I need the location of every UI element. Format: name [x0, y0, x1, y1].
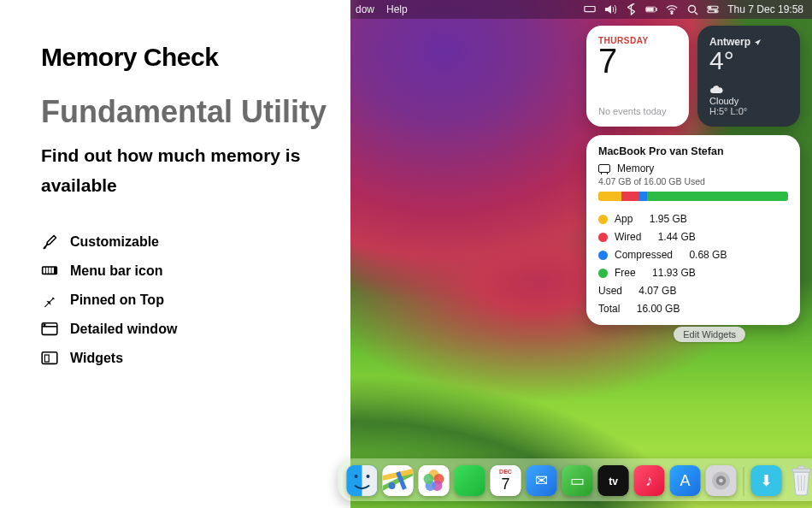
feature-pinned: Pinned on Top — [41, 292, 350, 309]
dock-facetime-icon[interactable] — [455, 465, 485, 496]
feature-customizable: Customizable — [41, 233, 350, 251]
location-arrow-icon — [754, 38, 762, 46]
menu-item-window[interactable]: dow — [356, 3, 374, 15]
paintbrush-icon — [41, 233, 58, 251]
svg-point-15 — [688, 5, 695, 12]
svg-rect-41 — [798, 466, 805, 469]
svg-point-14 — [671, 13, 673, 15]
edit-widgets-button[interactable]: Edit Widgets — [674, 327, 745, 342]
svg-line-16 — [695, 12, 697, 15]
calendar-day: 7 — [598, 44, 677, 78]
memory-label: Memory — [617, 162, 654, 174]
dock-calendar-icon[interactable]: DEC7 — [491, 465, 521, 496]
calendar-widget[interactable]: THURSDAY 7 No events today — [586, 26, 689, 127]
dock-downloads-icon[interactable]: ⬇ — [751, 465, 782, 496]
bar-segment-app — [598, 192, 621, 201]
svg-rect-3 — [49, 268, 51, 274]
menu-bar[interactable]: dow Help Thu 7 Dec 19:58 — [350, 0, 812, 19]
window-icon — [41, 321, 58, 338]
desktop-screenshot: dow Help Thu 7 Dec 19:58 THURSDAY 7 — [350, 0, 812, 508]
svg-rect-13 — [647, 8, 654, 11]
svg-rect-40 — [792, 469, 811, 472]
dock-music-icon[interactable]: ♪ — [634, 465, 665, 496]
weather-temp: 4° — [709, 46, 788, 75]
svg-point-7 — [44, 324, 45, 326]
svg-rect-9 — [44, 355, 49, 362]
feature-label: Detailed window — [70, 322, 177, 337]
svg-point-25 — [389, 482, 396, 489]
volume-icon[interactable] — [604, 3, 616, 15]
feature-list: Customizable Menu bar icon Pinned on Top… — [41, 233, 350, 367]
subtitle: Find out how much memory is available — [41, 140, 350, 201]
bar-segment-comp — [638, 192, 647, 201]
dock-trash-icon[interactable] — [787, 464, 813, 496]
memory-usage-line: 4.07 GB of 16.00 GB Used — [598, 176, 788, 186]
bluetooth-icon[interactable] — [625, 3, 637, 15]
svg-point-22 — [355, 475, 358, 478]
dock-photos-icon[interactable] — [419, 465, 450, 496]
tagline: Fundamental Utility — [41, 96, 350, 128]
pin-icon — [41, 292, 58, 309]
weather-hilo: H:5° L:0° — [709, 106, 788, 116]
legend-app: App 1.95 GB — [598, 213, 788, 225]
svg-point-19 — [709, 7, 711, 9]
app-title: Memory Check — [41, 43, 350, 72]
memory-legend: App 1.95 GB Wired 1.44 GB Compressed 0.6… — [598, 213, 788, 315]
svg-text:DEC: DEC — [499, 469, 512, 475]
svg-text:tv: tv — [609, 476, 618, 487]
feature-widgets: Widgets — [41, 350, 350, 367]
wifi-icon[interactable] — [666, 3, 678, 15]
bar-segment-free — [647, 192, 788, 201]
feature-window: Detailed window — [41, 321, 350, 338]
legend-wired: Wired 1.44 GB — [598, 231, 788, 243]
svg-point-23 — [367, 475, 370, 478]
dot-icon — [598, 269, 608, 278]
dock[interactable]: DEC7✉▭tv♪A⬇ — [338, 458, 813, 501]
legend-total: Total 16.00 GB — [598, 303, 788, 315]
memory-device: MacBook Pro van Stefan — [598, 145, 788, 157]
dock-mail-icon[interactable]: ✉ — [527, 465, 557, 496]
svg-rect-10 — [585, 7, 595, 12]
memory-widget[interactable]: MacBook Pro van Stefan Memory 4.07 GB of… — [586, 135, 800, 325]
dock-settings-icon[interactable] — [706, 465, 737, 496]
svg-point-39 — [719, 479, 723, 483]
memory-menubar-icon[interactable] — [584, 3, 596, 15]
dot-icon — [598, 215, 608, 224]
weather-condition: Cloudy — [709, 96, 788, 106]
feature-label: Menu bar icon — [70, 263, 162, 279]
dock-memory-icon[interactable]: ▭ — [562, 465, 593, 496]
feature-menubar: Menu bar icon — [41, 263, 350, 280]
legend-compressed: Compressed 0.68 GB — [598, 249, 788, 261]
calendar-events: No events today — [598, 106, 677, 116]
bar-segment-wired — [621, 192, 638, 201]
marketing-panel: Memory Check Fundamental Utility Find ou… — [0, 0, 350, 508]
legend-free: Free 11.93 GB — [598, 267, 788, 279]
weather-widget[interactable]: Antwerp 4° Cloudy H:5° L:0° — [697, 26, 800, 127]
svg-rect-1 — [44, 268, 46, 274]
dot-icon — [598, 233, 608, 242]
feature-label: Pinned on Top — [70, 292, 164, 308]
dock-separator — [744, 467, 744, 496]
dock-appstore-icon[interactable]: A — [670, 465, 701, 496]
svg-text:7: 7 — [501, 476, 509, 493]
feature-label: Customizable — [70, 234, 159, 250]
search-icon[interactable] — [686, 3, 698, 15]
dot-icon — [598, 251, 608, 260]
control-center-icon[interactable] — [707, 3, 719, 15]
svg-point-31 — [424, 474, 434, 484]
cloud-icon — [709, 85, 721, 93]
menubar-datetime[interactable]: Thu 7 Dec 19:58 — [727, 3, 803, 15]
menu-item-help[interactable]: Help — [386, 3, 408, 15]
memory-icon — [598, 164, 610, 173]
menubar-icon — [41, 263, 58, 280]
svg-rect-12 — [656, 9, 657, 11]
feature-label: Widgets — [70, 351, 123, 366]
svg-rect-2 — [46, 268, 49, 274]
dock-maps-icon[interactable] — [383, 465, 414, 496]
battery-icon[interactable] — [645, 3, 657, 15]
dock-finder-icon[interactable] — [347, 465, 378, 496]
svg-point-20 — [715, 10, 717, 12]
dock-appletv-icon[interactable]: tv — [598, 465, 629, 496]
memory-usage-bar — [598, 192, 788, 201]
legend-used: Used 4.07 GB — [598, 285, 788, 297]
